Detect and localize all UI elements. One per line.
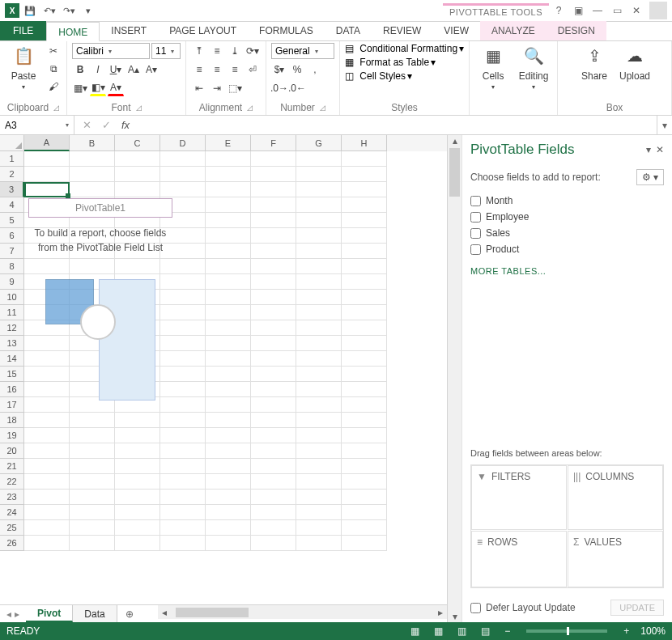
- cell[interactable]: [342, 305, 387, 320]
- cell[interactable]: [206, 382, 251, 397]
- undo-icon[interactable]: ↶▾: [40, 2, 58, 19]
- cell[interactable]: [296, 351, 342, 367]
- decrease-indent-icon[interactable]: ⇤: [191, 80, 207, 96]
- cell[interactable]: [206, 443, 251, 459]
- cell[interactable]: [296, 428, 342, 443]
- tab-data[interactable]: DATA: [325, 21, 372, 40]
- insert-function-icon[interactable]: fx: [118, 119, 133, 131]
- ribbon-display-icon[interactable]: ▣: [568, 2, 588, 19]
- cell[interactable]: [342, 397, 387, 413]
- redo-icon[interactable]: ↷▾: [60, 2, 78, 19]
- row-header[interactable]: 8: [0, 259, 24, 274]
- cell[interactable]: [206, 413, 251, 428]
- horizontal-scrollbar[interactable]: ◂▸: [158, 605, 447, 619]
- cell[interactable]: [115, 167, 160, 182]
- row-header[interactable]: 1: [0, 151, 24, 167]
- row-header[interactable]: 7: [0, 244, 24, 259]
- cell[interactable]: [296, 459, 342, 474]
- row-header[interactable]: 26: [0, 536, 24, 551]
- field-item[interactable]: Month: [470, 195, 664, 206]
- cell[interactable]: [160, 536, 206, 551]
- row-header[interactable]: 9: [0, 274, 24, 290]
- cell[interactable]: [115, 443, 160, 459]
- cell[interactable]: [24, 459, 70, 474]
- align-bottom-icon[interactable]: ⤓: [227, 43, 243, 59]
- cell[interactable]: [206, 459, 251, 474]
- cell[interactable]: [342, 259, 387, 274]
- share-button[interactable]: ⇪Share: [576, 43, 613, 82]
- cell[interactable]: [70, 490, 115, 505]
- column-header[interactable]: G: [296, 135, 342, 151]
- cell[interactable]: [296, 336, 342, 351]
- cell[interactable]: [115, 182, 160, 197]
- row-header[interactable]: 5: [0, 213, 24, 228]
- cell[interactable]: [251, 367, 296, 382]
- zoom-slider[interactable]: [526, 629, 607, 633]
- cell[interactable]: [70, 151, 115, 167]
- cell[interactable]: [296, 290, 342, 305]
- cell[interactable]: [251, 274, 296, 290]
- field-checkbox[interactable]: [470, 196, 481, 206]
- cell[interactable]: [115, 520, 160, 536]
- cell[interactable]: [296, 505, 342, 520]
- more-tables-link[interactable]: MORE TABLES...: [470, 266, 664, 276]
- cell[interactable]: [70, 505, 115, 520]
- row-header[interactable]: 16: [0, 382, 24, 397]
- cell[interactable]: [70, 428, 115, 443]
- cell[interactable]: [251, 336, 296, 351]
- cell[interactable]: [342, 520, 387, 536]
- cell[interactable]: [70, 536, 115, 551]
- cell[interactable]: [206, 367, 251, 382]
- number-format-combo[interactable]: General▾: [271, 43, 334, 59]
- cell[interactable]: [24, 413, 70, 428]
- cell[interactable]: [251, 351, 296, 367]
- cell[interactable]: [296, 182, 342, 197]
- grid-rows[interactable]: PivotTable1 To build a report, choose fi…: [0, 151, 447, 604]
- cell[interactable]: [251, 459, 296, 474]
- cell[interactable]: [160, 443, 206, 459]
- row-header[interactable]: 14: [0, 351, 24, 367]
- area-filters[interactable]: ▼FILTERS: [471, 465, 567, 530]
- cell[interactable]: [342, 320, 387, 336]
- cell[interactable]: [70, 459, 115, 474]
- column-header[interactable]: A: [24, 135, 70, 151]
- cell[interactable]: [296, 213, 342, 228]
- font-dialog-icon[interactable]: ◿: [136, 104, 142, 112]
- cell[interactable]: [342, 382, 387, 397]
- cell[interactable]: [342, 182, 387, 197]
- cell[interactable]: [160, 490, 206, 505]
- cell[interactable]: [251, 182, 296, 197]
- clipboard-dialog-icon[interactable]: ◿: [53, 104, 59, 112]
- number-dialog-icon[interactable]: ◿: [320, 104, 325, 112]
- alignment-dialog-icon[interactable]: ◿: [247, 104, 253, 112]
- wrap-text-icon[interactable]: ⏎: [245, 61, 261, 78]
- row-header[interactable]: 25: [0, 520, 24, 536]
- cell[interactable]: [160, 151, 206, 167]
- cell[interactable]: [342, 428, 387, 443]
- cell[interactable]: [206, 428, 251, 443]
- cell[interactable]: [70, 182, 115, 197]
- underline-button[interactable]: U▾: [108, 61, 124, 78]
- increase-decimal-icon[interactable]: .0→: [271, 80, 287, 96]
- user-avatar-icon[interactable]: [649, 2, 667, 19]
- zoom-in-icon[interactable]: +: [620, 625, 632, 637]
- cell[interactable]: [342, 290, 387, 305]
- cell[interactable]: [296, 443, 342, 459]
- cell[interactable]: [24, 182, 70, 197]
- font-family-combo[interactable]: Calibri▾: [72, 43, 150, 59]
- cell[interactable]: [24, 520, 70, 536]
- column-header[interactable]: H: [342, 135, 387, 151]
- row-header[interactable]: 15: [0, 367, 24, 382]
- cell[interactable]: [251, 305, 296, 320]
- cell[interactable]: [342, 274, 387, 290]
- cell[interactable]: [251, 490, 296, 505]
- cell[interactable]: [251, 151, 296, 167]
- macro-record-icon[interactable]: ▦: [407, 625, 423, 637]
- defer-update-checkbox[interactable]: [470, 603, 481, 613]
- copy-icon[interactable]: ⧉: [45, 61, 62, 77]
- cell-styles-button[interactable]: ◫ Cell Styles▾: [345, 70, 412, 82]
- field-item[interactable]: Employee: [470, 211, 664, 223]
- cell[interactable]: [206, 351, 251, 367]
- cell[interactable]: [251, 228, 296, 244]
- row-header[interactable]: 24: [0, 505, 24, 520]
